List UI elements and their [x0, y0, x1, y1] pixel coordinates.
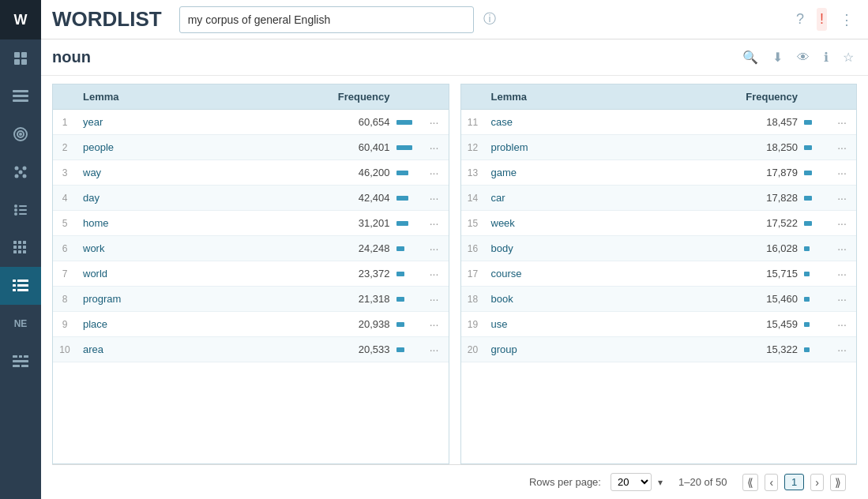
pagination-first[interactable]: ⟪ [742, 474, 758, 491]
pagination-last[interactable]: ⟫ [830, 474, 846, 491]
info-icon[interactable]: ℹ [821, 47, 832, 68]
table-row[interactable]: 10 area 20,533 ··· [53, 337, 449, 362]
sidebar-item-ne[interactable]: NE [0, 305, 41, 343]
pagination-current-page[interactable]: 1 [784, 474, 804, 490]
row-lemma[interactable]: work [77, 236, 325, 261]
row-lemma[interactable]: program [77, 287, 325, 311]
sidebar-item-list[interactable] [0, 77, 41, 115]
row-actions[interactable]: ··· [828, 242, 856, 255]
sidebar-item-dotlist[interactable] [0, 191, 41, 229]
row-lemma[interactable]: week [485, 211, 734, 235]
frequency-bar [396, 145, 412, 150]
row-actions[interactable]: ··· [828, 343, 856, 356]
table-row[interactable]: 11 case 18,457 ··· [461, 110, 857, 135]
row-lemma[interactable]: place [77, 312, 325, 336]
right-table-body: 11 case 18,457 ··· 12 problem 18,250 ···… [461, 110, 857, 463]
sidebar-item-collocations[interactable] [0, 343, 41, 381]
row-frequency: 23,372 [325, 261, 396, 286]
table-row[interactable]: 1 year 60,654 ··· [53, 110, 449, 135]
row-lemma[interactable]: year [77, 110, 325, 134]
svg-rect-22 [18, 241, 21, 244]
corpus-search-input[interactable] [179, 6, 475, 33]
table-row[interactable]: 8 program 21,318 ··· [53, 287, 449, 312]
row-bar [396, 120, 420, 125]
row-actions[interactable]: ··· [828, 192, 856, 204]
pagination-prev[interactable]: ‹ [765, 474, 778, 491]
row-actions[interactable]: ··· [420, 217, 449, 230]
row-actions[interactable]: ··· [828, 167, 856, 179]
table-row[interactable]: 16 body 16,028 ··· [461, 236, 857, 261]
table-row[interactable]: 7 world 23,372 ··· [53, 261, 449, 287]
eye-icon[interactable]: 👁 [794, 47, 813, 68]
row-lemma[interactable]: home [77, 211, 325, 235]
table-row[interactable]: 13 game 17,879 ··· [461, 160, 857, 186]
row-lemma[interactable]: people [77, 135, 325, 159]
app-logo[interactable]: W [0, 0, 41, 39]
table-row[interactable]: 19 use 15,459 ··· [461, 312, 857, 337]
table-row[interactable]: 2 people 60,401 ··· [53, 135, 449, 160]
svg-rect-33 [17, 284, 28, 287]
home-icon [12, 50, 29, 67]
row-actions[interactable]: ··· [420, 242, 449, 255]
table-row[interactable]: 20 group 15,322 ··· [461, 337, 857, 362]
download-icon[interactable]: ⬇ [769, 47, 786, 68]
table-row[interactable]: 3 way 46,200 ··· [53, 160, 449, 186]
row-actions[interactable]: ··· [420, 268, 449, 280]
row-lemma[interactable]: group [485, 337, 734, 362]
row-lemma[interactable]: game [485, 160, 734, 185]
row-actions[interactable]: ··· [420, 167, 449, 179]
row-num: 17 [461, 262, 485, 286]
row-actions[interactable]: ··· [420, 116, 449, 129]
row-actions[interactable]: ··· [828, 268, 856, 280]
row-actions[interactable]: ··· [828, 217, 856, 230]
corpus-info-icon[interactable]: ⓘ [483, 11, 496, 28]
row-actions[interactable]: ··· [420, 343, 449, 356]
row-lemma[interactable]: car [485, 186, 734, 210]
row-lemma[interactable]: day [77, 186, 325, 210]
row-lemma[interactable]: world [77, 261, 325, 286]
row-lemma[interactable]: way [77, 160, 325, 185]
sidebar-item-wordlist[interactable] [0, 267, 41, 305]
rows-dropdown-arrow[interactable]: ▾ [658, 477, 663, 488]
table-row[interactable]: 14 car 17,828 ··· [461, 186, 857, 211]
row-actions[interactable]: ··· [420, 192, 449, 204]
frequency-bar [804, 145, 812, 150]
row-lemma[interactable]: area [77, 337, 325, 362]
sidebar-item-grid[interactable] [0, 229, 41, 267]
help-icon[interactable]: ? [793, 8, 807, 31]
row-lemma[interactable]: case [485, 110, 734, 134]
star-icon[interactable]: ☆ [840, 47, 857, 68]
table-row[interactable]: 6 work 24,248 ··· [53, 236, 449, 261]
row-actions[interactable]: ··· [420, 141, 449, 154]
right-col-bar [804, 84, 828, 109]
row-actions[interactable]: ··· [828, 116, 856, 129]
row-actions[interactable]: ··· [828, 318, 856, 331]
table-row[interactable]: 9 place 20,938 ··· [53, 312, 449, 337]
row-actions[interactable]: ··· [420, 318, 449, 331]
sidebar-item-nodes[interactable] [0, 153, 41, 191]
frequency-bar [396, 322, 404, 327]
sidebar-item-home[interactable] [0, 39, 41, 77]
table-row[interactable]: 15 week 17,522 ··· [461, 211, 857, 236]
row-actions[interactable]: ··· [420, 293, 449, 306]
search-action-icon[interactable]: 🔍 [739, 47, 761, 68]
alert-icon[interactable]: ! [817, 8, 827, 31]
table-row[interactable]: 4 day 42,404 ··· [53, 186, 449, 211]
row-lemma[interactable]: course [485, 261, 734, 286]
row-lemma[interactable]: use [485, 312, 734, 336]
row-frequency: 20,533 [325, 337, 396, 362]
row-lemma[interactable]: body [485, 236, 734, 261]
row-lemma[interactable]: problem [485, 135, 734, 159]
row-actions[interactable]: ··· [828, 293, 856, 306]
table-row[interactable]: 12 problem 18,250 ··· [461, 135, 857, 160]
pagination-next[interactable]: › [810, 474, 824, 491]
row-num: 13 [461, 161, 485, 185]
table-row[interactable]: 18 book 15,460 ··· [461, 287, 857, 312]
row-actions[interactable]: ··· [828, 141, 856, 154]
rows-per-page-select[interactable]: 20 50 100 [611, 473, 652, 491]
row-lemma[interactable]: book [485, 287, 734, 311]
table-row[interactable]: 17 course 15,715 ··· [461, 261, 857, 287]
more-icon[interactable]: ⋮ [836, 8, 857, 32]
sidebar-item-target[interactable] [0, 115, 41, 153]
table-row[interactable]: 5 home 31,201 ··· [53, 211, 449, 236]
